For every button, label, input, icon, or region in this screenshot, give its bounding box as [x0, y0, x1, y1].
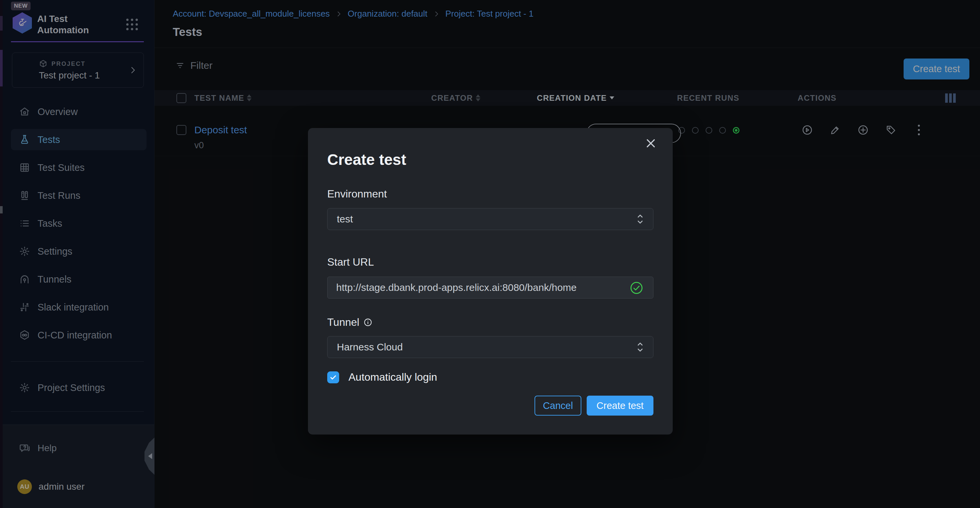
modal-create-test-button[interactable]: Create test	[587, 396, 654, 415]
auto-login-label: Automatically login	[348, 371, 437, 383]
create-test-modal: Create test Environment test Start URL T…	[308, 128, 673, 435]
auto-login-row: Automatically login	[327, 371, 437, 383]
tunnel-value: Harness Cloud	[337, 342, 402, 353]
environment-value: test	[337, 213, 353, 225]
valid-check-icon	[630, 281, 643, 295]
auto-login-checkbox[interactable]	[327, 371, 339, 383]
info-icon[interactable]	[363, 318, 372, 327]
environment-select[interactable]: test	[327, 208, 654, 230]
app-root: NEW AI Test Automation PROJECT Test proj…	[0, 0, 980, 508]
close-icon[interactable]	[645, 137, 657, 149]
tunnel-select[interactable]: Harness Cloud	[327, 336, 654, 358]
modal-footer: Cancel Create test	[327, 396, 654, 415]
modal-title: Create test	[327, 150, 406, 169]
cancel-button[interactable]: Cancel	[535, 396, 581, 415]
start-url-label: Start URL	[327, 256, 374, 268]
start-url-input[interactable]	[327, 276, 654, 299]
select-chevrons-icon	[636, 213, 644, 225]
select-chevrons-icon	[636, 341, 644, 353]
tunnel-label: Tunnel	[327, 316, 372, 329]
environment-label: Environment	[327, 188, 387, 200]
